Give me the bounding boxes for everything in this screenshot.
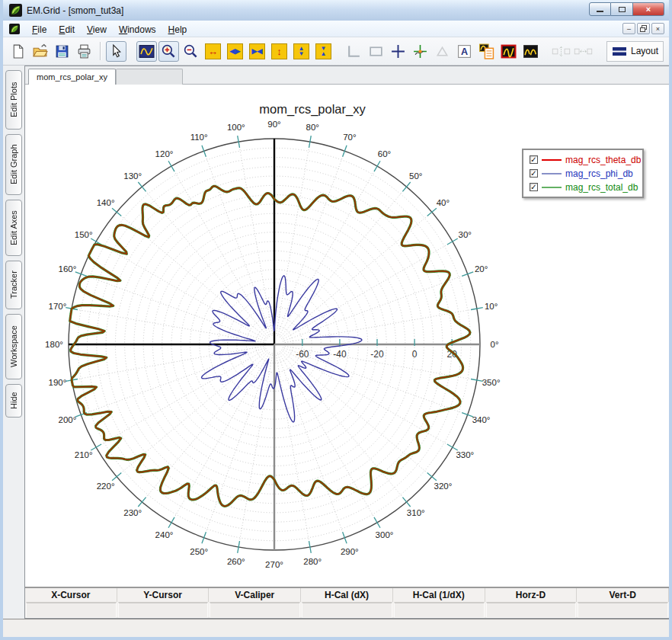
expand-y-button[interactable]: ▲▼ — [291, 41, 312, 62]
align-vertical-button[interactable] — [551, 41, 571, 62]
plot-style-multi-button[interactable] — [520, 41, 541, 62]
new-file-button[interactable] — [8, 41, 28, 62]
svg-text:250°: 250° — [190, 547, 208, 556]
svg-text:-60: -60 — [296, 349, 309, 360]
legend-label: mag_rcs_theta_db — [565, 155, 641, 165]
mdi-minimize-button[interactable]: – — [622, 23, 635, 34]
close-icon: × — [646, 5, 651, 14]
svg-text:30°: 30° — [459, 230, 472, 239]
align-horizontal-button[interactable] — [573, 41, 594, 62]
align-vertical-icon — [552, 43, 571, 59]
svg-text:220°: 220° — [97, 482, 115, 491]
zoom-in-icon — [161, 43, 177, 59]
plot-style-multi-icon — [523, 43, 539, 59]
svg-text:120°: 120° — [155, 149, 174, 158]
tab-mom-rcs-polar-xy[interactable]: mom_rcs_polar_xy — [28, 69, 116, 85]
pointer-select-button[interactable] — [106, 41, 126, 62]
svg-text:10°: 10° — [485, 302, 498, 311]
expand-x-button[interactable]: ◀▶ — [225, 41, 245, 62]
menu-item-edit[interactable]: Edit — [53, 23, 81, 37]
print-button[interactable] — [74, 41, 94, 62]
svg-text:190°: 190° — [48, 378, 66, 387]
svg-text:230°: 230° — [123, 508, 142, 517]
expand-x-full-button[interactable]: ↔ — [203, 41, 223, 62]
svg-text:40°: 40° — [437, 198, 450, 207]
compress-x-button[interactable]: ▶◀ — [247, 41, 267, 62]
menu-item-help[interactable]: Help — [162, 23, 194, 37]
legend-toggle-button[interactable] — [476, 41, 497, 62]
zoom-rect-button[interactable] — [366, 41, 386, 62]
title-bar: EM.Grid - [smom_tut3a] × — [3, 0, 669, 21]
legend-item: ✓mag_rcs_theta_db — [530, 154, 636, 165]
readout-cell-v-caliper — [210, 602, 300, 618]
new-file-icon — [10, 43, 26, 59]
menu-item-windows[interactable]: Windows — [113, 23, 162, 37]
expand-y-full-button[interactable]: ↕ — [269, 41, 290, 62]
svg-text:270°: 270° — [265, 560, 283, 569]
legend-checkbox-mag_rcs_phi_db[interactable]: ✓ — [530, 169, 538, 178]
readout-cell-y-cursor — [118, 602, 209, 618]
svg-text:300°: 300° — [376, 530, 394, 539]
expand-x-full-icon: ↔ — [205, 43, 221, 59]
tracker-icon — [412, 43, 428, 59]
compress-y-button[interactable]: ▼▲ — [313, 41, 334, 62]
tab-blank — [116, 69, 183, 85]
svg-text:50°: 50° — [409, 171, 422, 181]
open-file-button[interactable] — [30, 41, 50, 62]
side-tab-hide[interactable]: Hide — [5, 384, 22, 418]
readout-cell-h-cal-1-dx- — [394, 602, 485, 618]
mdi-close-button[interactable]: × — [651, 23, 664, 34]
menu-item-view[interactable]: View — [81, 23, 113, 37]
crosshair-icon — [390, 43, 406, 59]
svg-text:A: A — [461, 46, 468, 57]
svg-text:260°: 260° — [227, 557, 245, 566]
svg-text:0°: 0° — [491, 340, 499, 349]
zoom-box-button[interactable] — [136, 41, 157, 62]
side-tab-tracker[interactable]: Tracker — [5, 261, 22, 309]
zoom-out-button[interactable] — [181, 41, 201, 62]
maximize-button[interactable] — [611, 2, 633, 16]
mdi-restore-button[interactable] — [637, 23, 650, 34]
save-file-button[interactable] — [52, 41, 72, 62]
text-label-button[interactable]: A — [454, 41, 475, 62]
side-tab-edit-plots[interactable]: Edit Plots — [5, 70, 22, 130]
svg-text:60°: 60° — [378, 149, 391, 158]
svg-text:170°: 170° — [48, 302, 66, 311]
crosshair-button[interactable] — [388, 41, 408, 62]
svg-text:350°: 350° — [482, 378, 501, 387]
window-title: EM.Grid - [smom_tut3a] — [27, 5, 123, 16]
axes-corner-icon — [346, 43, 362, 59]
svg-text:20°: 20° — [475, 264, 488, 274]
legend-label: mag_rcs_total_db — [565, 182, 638, 193]
readout-cell-vert-d — [578, 602, 668, 618]
document-tab-strip: mom_rcs_polar_xy — [25, 66, 669, 85]
close-button[interactable]: × — [633, 2, 664, 16]
side-tab-edit-axes[interactable]: Edit Axes — [5, 200, 22, 256]
tracker-button[interactable] — [410, 41, 430, 62]
pointer-select-icon — [108, 43, 124, 59]
plot-area: -60-40-200200°10°20°30°40°50°60°70°80°90… — [25, 85, 669, 587]
readout-header: H-Cal (dX) — [301, 588, 393, 602]
caliper-button[interactable] — [432, 41, 453, 62]
zoom-in-button[interactable] — [158, 41, 179, 62]
plot-style-single-button[interactable] — [498, 41, 519, 62]
axes-corner-button[interactable] — [344, 41, 364, 62]
readout-header: Y-Cursor — [117, 588, 210, 602]
side-tab-edit-graph[interactable]: Edit Graph — [5, 134, 22, 195]
svg-text:180°: 180° — [45, 340, 63, 349]
status-bar — [3, 619, 669, 637]
readout-cell-h-cal-dx- — [302, 602, 392, 618]
side-tab-workspace[interactable]: Workspace — [5, 314, 22, 379]
series-curves — [70, 186, 470, 506]
legend-checkbox-mag_rcs_theta_db[interactable]: ✓ — [530, 155, 538, 164]
svg-text:280°: 280° — [303, 557, 322, 566]
svg-text:150°: 150° — [75, 230, 93, 239]
legend-checkbox-mag_rcs_total_db[interactable]: ✓ — [530, 183, 538, 191]
minimize-button[interactable] — [589, 2, 611, 16]
layout-button[interactable]: Layout — [606, 41, 664, 62]
expand-x-icon: ◀▶ — [227, 43, 243, 59]
legend-toggle-icon — [478, 43, 494, 59]
menu-item-file[interactable]: File — [26, 23, 53, 37]
document-leaf-icon — [9, 24, 20, 34]
app-window: EM.Grid - [smom_tut3a] × FileEditViewWin… — [0, 0, 672, 640]
